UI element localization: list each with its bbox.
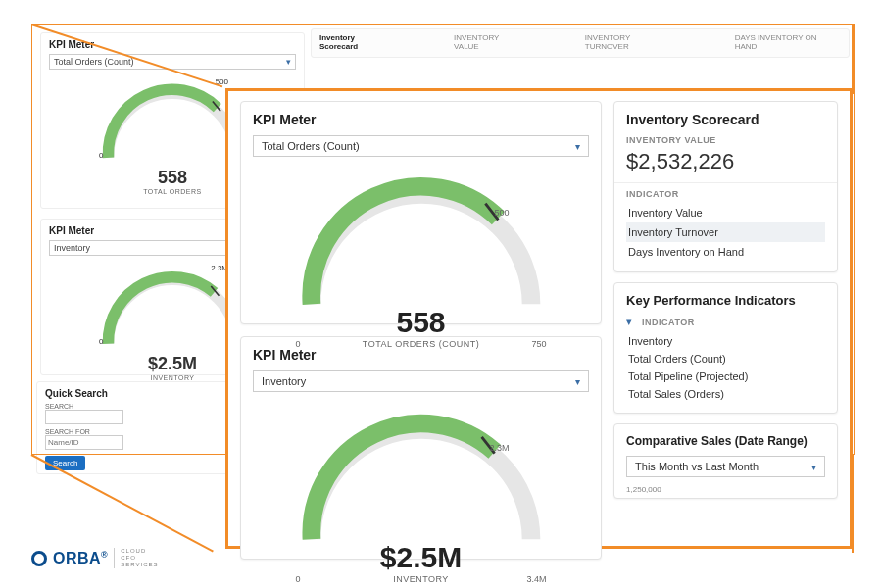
logo-subtext: CLOUDCFOSERVICES — [114, 548, 158, 568]
card-title: KPI Meter — [253, 347, 589, 363]
logo-text: ORBA® — [53, 550, 108, 567]
bg-kpi1-dropdown[interactable]: Total Orders (Count) ▾ — [49, 54, 296, 70]
gauge-caption: TOTAL ORDERS (COUNT) — [284, 339, 559, 349]
chevron-down-icon: ▾ — [575, 376, 580, 387]
search-for-input[interactable] — [45, 435, 123, 450]
orba-logo: ORBA® CLOUDCFOSERVICES — [31, 548, 158, 568]
dropdown-label: Total Orders (Count) — [262, 140, 360, 152]
col-inventory-value: INVENTORY VALUE — [454, 33, 526, 53]
indicator-row[interactable]: Inventory Value — [626, 203, 825, 222]
indicator-row[interactable]: Inventory Turnover — [626, 222, 825, 242]
card-title: Comparative Sales (Date Range) — [626, 434, 825, 448]
inventory-scorecard-card: Inventory Scorecard INVENTORY VALUE $2,5… — [613, 101, 838, 272]
dropdown-label: Inventory — [262, 375, 306, 387]
gauge-min: 0 — [99, 337, 103, 346]
kpi-row[interactable]: Inventory — [626, 332, 825, 350]
chevron-down-icon: ▾ — [575, 141, 580, 152]
zoom-panel: KPI Meter Total Orders (Count) ▾ 500 558… — [225, 88, 853, 549]
col-inventory-turnover: INVENTORY TURNOVER — [585, 33, 676, 53]
gauge-caption: INVENTORY — [284, 574, 559, 584]
indicator-head: INDICATOR — [626, 189, 825, 199]
kpi-meter-card-inventory: KPI Meter Inventory ▾ 2.3M $2.5M INVENTO… — [240, 336, 602, 560]
comparative-sales-card: Comparative Sales (Date Range) This Mont… — [613, 423, 838, 499]
chevron-down-icon: ▾ — [811, 462, 816, 472]
search-input[interactable] — [45, 410, 123, 424]
gauge-inventory: 2.3M $2.5M INVENTORY 0 3.4M — [284, 402, 559, 549]
indicator-row[interactable]: Days Inventory on Hand — [626, 242, 825, 262]
kpi1-metric-dropdown[interactable]: Total Orders (Count) ▾ — [253, 135, 589, 157]
chevron-down-icon[interactable]: ▾ — [626, 316, 632, 328]
indicator-head: INDICATOR — [642, 318, 695, 327]
gauge-min: 0 — [296, 574, 301, 584]
card-title: Key Performance Indicators — [626, 293, 825, 308]
bg-scorecard-header: Inventory Scorecard INVENTORY VALUE INVE… — [311, 28, 850, 58]
callout-line — [852, 25, 854, 94]
dropdown-label: Inventory — [54, 243, 90, 253]
gauge-mark: 2.3M — [490, 443, 510, 453]
scorecard-subhead: INVENTORY VALUE — [626, 135, 825, 145]
kpi-row[interactable]: Total Orders (Count) — [626, 350, 825, 368]
dropdown-label: This Month vs Last Month — [635, 461, 759, 472]
card-title: Inventory Scorecard — [319, 33, 395, 53]
kpi-row[interactable]: Total Pipeline (Projected) — [626, 368, 825, 385]
dropdown-label: Total Orders (Count) — [54, 57, 134, 67]
search-button[interactable]: Search — [45, 456, 85, 470]
kpi-row[interactable]: Total Sales (Orders) — [626, 385, 825, 403]
gauge-max: 3.4M — [527, 574, 547, 584]
kpi-card: Key Performance Indicators ▾ INDICATOR I… — [613, 282, 838, 414]
card-title: Inventory Scorecard — [626, 112, 825, 127]
comparative-range-dropdown[interactable]: This Month vs Last Month ▾ — [626, 456, 825, 477]
gauge-mark: 500 — [495, 208, 510, 218]
gauge-orders: 500 558 TOTAL ORDERS (COUNT) 0 750 — [284, 167, 559, 314]
card-title: KPI Meter — [253, 112, 589, 127]
kpi2-metric-dropdown[interactable]: Inventory ▾ — [253, 370, 589, 392]
chevron-down-icon: ▾ — [286, 57, 291, 67]
inventory-value-amount: $2,532,226 — [626, 149, 825, 174]
gauge-min: 0 — [296, 339, 301, 349]
gauge-max: 750 — [532, 339, 547, 349]
divider — [614, 182, 837, 183]
kpi-meter-card-orders: KPI Meter Total Orders (Count) ▾ 500 558… — [240, 101, 602, 324]
axis-label: 1,250,000 — [626, 485, 825, 494]
gauge-min: 0 — [99, 151, 103, 160]
orba-ring-icon — [31, 551, 47, 566]
